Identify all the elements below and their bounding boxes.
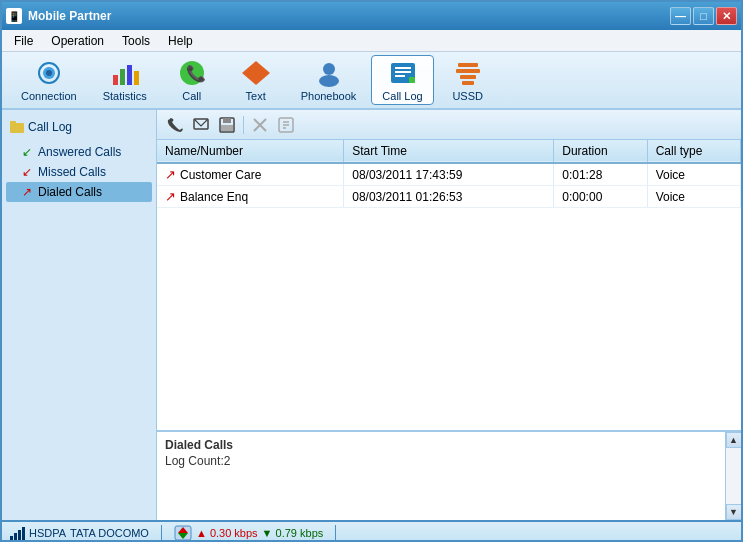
- row2-name: ↗ Balance Enq: [157, 186, 344, 208]
- row1-starttime: 08/03/2011 17:43:59: [344, 163, 554, 186]
- scroll-track: [726, 448, 741, 504]
- svg-rect-10: [248, 69, 264, 77]
- menu-tools[interactable]: Tools: [114, 32, 158, 50]
- menu-help[interactable]: Help: [160, 32, 201, 50]
- col-name: Name/Number: [157, 140, 344, 163]
- upload-speed: ▲ 0.30 kbps: [196, 527, 258, 539]
- svg-rect-27: [221, 125, 233, 131]
- calllog-label: Call Log: [382, 90, 422, 102]
- svg-rect-23: [10, 121, 16, 125]
- save-action-button[interactable]: [215, 114, 239, 136]
- speed-section: ▲ 0.30 kbps ▼ 0.79 kbps: [174, 525, 323, 541]
- table-row[interactable]: ↗ Balance Enq 08/03/2011 01:26:53 0:00:0…: [157, 186, 741, 208]
- minimize-button[interactable]: —: [670, 7, 691, 25]
- svg-rect-15: [395, 71, 411, 73]
- toolbar-separator-1: [243, 116, 244, 134]
- svg-rect-16: [395, 75, 405, 77]
- sms-icon: [193, 117, 209, 133]
- toolbar-call[interactable]: 📞 Call: [162, 55, 222, 105]
- toolbar-calllog[interactable]: Call Log: [371, 55, 433, 105]
- svg-rect-20: [460, 75, 476, 79]
- sidebar-item-dialed[interactable]: ↗ Dialed Calls: [6, 182, 152, 202]
- row2-calltype: Voice: [647, 186, 740, 208]
- table-body: ↗ Customer Care 08/03/2011 17:43:59 0:01…: [157, 163, 741, 208]
- content-area: Name/Number Start Time Duration Call typ…: [157, 110, 741, 520]
- log-title: Dialed Calls: [165, 438, 733, 452]
- phonebook-label: Phonebook: [301, 90, 357, 102]
- title-bar: 📱 Mobile Partner — □ ✕: [2, 2, 741, 30]
- svg-text:📞: 📞: [186, 64, 206, 83]
- network-type: HSDPA: [29, 527, 66, 539]
- svg-rect-21: [462, 81, 474, 85]
- sidebar-group-label-text: Call Log: [28, 120, 72, 134]
- signal-bar-2: [14, 533, 17, 540]
- row2-duration: 0:00:00: [554, 186, 647, 208]
- scroll-up-button[interactable]: ▲: [726, 432, 742, 448]
- sidebar-item-answered[interactable]: ↙ Answered Calls: [6, 142, 152, 162]
- call-table[interactable]: Name/Number Start Time Duration Call typ…: [157, 140, 741, 430]
- toolbar-ussd[interactable]: USSD: [438, 55, 498, 105]
- signal-bar-1: [10, 536, 13, 540]
- toolbar: Connection Statistics 📞 Call: [2, 52, 741, 110]
- calls-table: Name/Number Start Time Duration Call typ…: [157, 140, 741, 208]
- action-toolbar: [157, 110, 741, 140]
- call-icon: 📞: [176, 59, 208, 87]
- signal-bars: [10, 526, 25, 540]
- calllog-folder-icon: [10, 120, 24, 134]
- sidebar-item-missed[interactable]: ↙ Missed Calls: [6, 162, 152, 182]
- scroll-down-button[interactable]: ▼: [726, 504, 742, 520]
- menu-file[interactable]: File: [6, 32, 41, 50]
- status-divider-1: [161, 525, 162, 541]
- menu-operation[interactable]: Operation: [43, 32, 112, 50]
- signal-bar-3: [18, 530, 21, 540]
- svg-rect-19: [456, 69, 480, 73]
- dialed-call-icon: ↗: [22, 185, 32, 199]
- call-label: Call: [182, 90, 201, 102]
- app-title: Mobile Partner: [28, 9, 111, 23]
- main-area: Call Log ↙ Answered Calls ↙ Missed Calls…: [2, 110, 741, 520]
- svg-point-11: [323, 63, 335, 75]
- svg-point-12: [319, 75, 339, 87]
- info-action-button[interactable]: [274, 114, 298, 136]
- menu-bar: File Operation Tools Help: [2, 30, 741, 52]
- log-scrollbar[interactable]: ▲ ▼: [725, 432, 741, 520]
- toolbar-phonebook[interactable]: Phonebook: [290, 55, 368, 105]
- status-divider-2: [335, 525, 336, 541]
- text-label: Text: [246, 90, 266, 102]
- delete-action-button[interactable]: [248, 114, 272, 136]
- svg-rect-17: [409, 77, 415, 83]
- toolbar-statistics[interactable]: Statistics: [92, 55, 158, 105]
- statistics-label: Statistics: [103, 90, 147, 102]
- toolbar-connection[interactable]: Connection: [10, 55, 88, 105]
- svg-rect-5: [127, 65, 132, 85]
- sidebar-group-calllog: Call Log: [6, 118, 152, 136]
- info-icon: [278, 117, 294, 133]
- svg-rect-3: [113, 75, 118, 85]
- dial-action-button[interactable]: [163, 114, 187, 136]
- connection-label: Connection: [21, 90, 77, 102]
- sms-action-button[interactable]: [189, 114, 213, 136]
- close-button[interactable]: ✕: [716, 7, 737, 25]
- col-calltype: Call type: [647, 140, 740, 163]
- text-icon: [240, 59, 272, 87]
- dial-icon: [167, 117, 183, 133]
- col-duration: Duration: [554, 140, 647, 163]
- network-arrows-icon: [174, 525, 192, 541]
- maximize-button[interactable]: □: [693, 7, 714, 25]
- toolbar-text[interactable]: Text: [226, 55, 286, 105]
- svg-rect-4: [120, 69, 125, 85]
- answered-calls-label: Answered Calls: [38, 145, 121, 159]
- row1-call-icon: ↗: [165, 167, 176, 182]
- row1-calltype: Voice: [647, 163, 740, 186]
- download-speed: ▼ 0.79 kbps: [262, 527, 324, 539]
- statistics-icon: [109, 59, 141, 87]
- log-area: Dialed Calls Log Count:2 ▲ ▼: [157, 430, 741, 520]
- table-row[interactable]: ↗ Customer Care 08/03/2011 17:43:59 0:01…: [157, 163, 741, 186]
- answered-call-icon: ↙: [22, 145, 32, 159]
- sidebar: Call Log ↙ Answered Calls ↙ Missed Calls…: [2, 110, 157, 520]
- status-bar: HSDPA TATA DOCOMO ▲ 0.30 kbps ▼ 0.79 kbp…: [2, 520, 741, 542]
- ussd-label: USSD: [452, 90, 483, 102]
- svg-rect-18: [458, 63, 478, 67]
- carrier-name: TATA DOCOMO: [70, 527, 149, 539]
- svg-rect-26: [223, 118, 231, 123]
